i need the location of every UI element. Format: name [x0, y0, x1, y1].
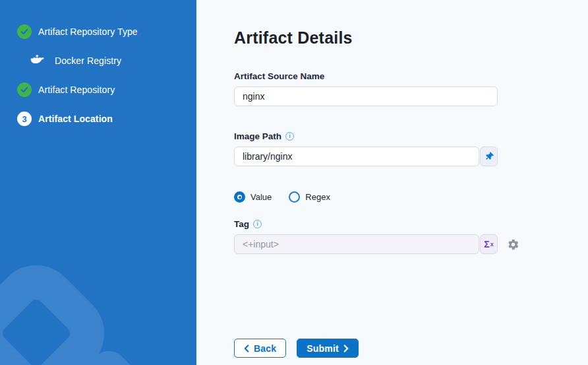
- chevron-left-icon: [244, 345, 249, 352]
- radio-option-regex[interactable]: Regex: [289, 191, 330, 203]
- wizard-footer: Back Submit: [234, 339, 588, 358]
- step-list: Artifact Repository Type Docker Registry: [0, 0, 196, 126]
- source-name-label: Artifact Source Name: [234, 71, 324, 81]
- image-path-label: Image Path: [234, 131, 281, 141]
- step-artifact-location[interactable]: 3 Artifact Location: [17, 112, 185, 126]
- step-label: Artifact Location: [38, 114, 113, 124]
- radio-unselected-icon: [289, 191, 300, 203]
- image-path-input[interactable]: [234, 147, 479, 166]
- tag-type-radio-group: Value Regex: [234, 191, 588, 203]
- step-label: Artifact Repository: [38, 84, 115, 95]
- artifact-source-name-field: Artifact Source Name: [234, 71, 588, 106]
- back-button[interactable]: Back: [234, 339, 286, 358]
- step-docker-registry[interactable]: Docker Registry: [30, 53, 185, 68]
- artifact-location-wizard: Artifact Repository Type Docker Registry: [0, 0, 588, 365]
- runtime-input-expression-button[interactable]: Σx: [480, 234, 498, 254]
- image-path-field: Image Path i: [234, 131, 588, 166]
- fixed-value-pin-button[interactable]: [480, 147, 498, 166]
- radio-option-value[interactable]: Value: [234, 191, 272, 203]
- gear-icon[interactable]: [507, 238, 519, 251]
- info-icon[interactable]: i: [285, 132, 294, 141]
- source-name-input[interactable]: [234, 86, 498, 106]
- page-title: Artifact Details: [234, 28, 588, 48]
- tag-input[interactable]: [234, 234, 479, 254]
- step-artifact-repository-type[interactable]: Artifact Repository Type: [17, 24, 185, 39]
- tag-label: Tag: [234, 219, 249, 229]
- step-complete-check-icon: [17, 24, 32, 39]
- tag-field: Tag i Σx: [234, 218, 588, 254]
- radio-selected-icon: [234, 191, 245, 203]
- step-label: Docker Registry: [55, 55, 121, 66]
- artifact-details-panel: Artifact Details Artifact Source Name Im…: [196, 0, 588, 365]
- step-label: Artifact Repository Type: [38, 26, 138, 37]
- submit-button[interactable]: Submit: [297, 339, 359, 358]
- wizard-steps-sidebar: Artifact Repository Type Docker Registry: [0, 0, 196, 365]
- sigma-icon: Σ: [484, 239, 489, 249]
- step-artifact-repository[interactable]: Artifact Repository: [17, 83, 185, 97]
- step-number-badge: 3: [17, 112, 32, 126]
- info-icon[interactable]: i: [253, 220, 262, 228]
- chevron-right-icon: [343, 345, 349, 352]
- docker-whale-icon: [30, 54, 47, 67]
- step-complete-check-icon: [17, 83, 32, 97]
- pushpin-icon: [485, 152, 494, 161]
